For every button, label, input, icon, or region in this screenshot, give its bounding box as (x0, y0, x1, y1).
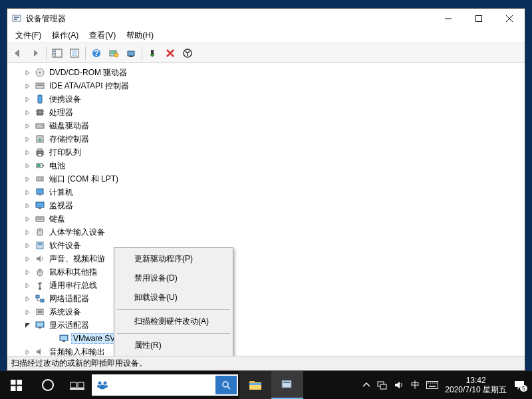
tree-node[interactable]: 键盘 (7, 212, 525, 225)
expander-icon[interactable] (23, 215, 31, 223)
svg-rect-63 (36, 295, 39, 298)
tree-node[interactable]: 处理器 (7, 106, 525, 119)
expander-icon[interactable] (23, 308, 31, 316)
disable-device-button[interactable] (180, 45, 196, 61)
svg-rect-71 (61, 336, 67, 340)
scan-hardware-button[interactable] (106, 45, 122, 61)
device-category-icon (35, 200, 45, 211)
menu-file[interactable]: 文件(F) (10, 29, 47, 43)
context-menu-separator (117, 333, 230, 334)
search-box[interactable] (92, 374, 238, 396)
action-center-icon[interactable]: 5 (513, 379, 525, 391)
tree-node[interactable]: 通用串行总线 (7, 279, 525, 292)
expander-icon[interactable] (23, 241, 31, 249)
expander-icon[interactable] (23, 255, 31, 263)
tree-node[interactable]: 软件设备 (7, 239, 525, 252)
tree-node[interactable]: 打印队列 (7, 146, 525, 159)
tray-network-icon[interactable] (376, 380, 387, 390)
start-button[interactable] (0, 371, 32, 399)
device-category-icon (35, 307, 45, 317)
tree-node[interactable]: 电池 (7, 159, 525, 172)
tree-node[interactable]: 显示适配器 (7, 319, 525, 332)
expander-icon[interactable] (23, 82, 31, 90)
tray-volume-icon[interactable] (394, 380, 404, 390)
tree-node[interactable]: 网络适配器 (7, 292, 525, 305)
tree-node[interactable]: 计算机 (7, 186, 525, 199)
node-label: 通用串行总线 (47, 279, 99, 292)
task-view-button[interactable] (64, 371, 90, 399)
show-tree-button[interactable] (49, 45, 65, 61)
node-label: 人体学输入设备 (47, 226, 107, 239)
tree-node[interactable]: 监视器 (7, 199, 525, 212)
expander-icon[interactable] (23, 321, 31, 329)
menu-help[interactable]: 帮助(H) (121, 29, 159, 43)
tree-node-child[interactable]: VMware SVGA 3D (7, 332, 525, 345)
device-tree[interactable]: DVD/CD-ROM 驱动器IDE ATA/ATAPI 控制器便携设备处理器磁盘… (7, 63, 525, 356)
tree-node[interactable]: 存储控制器 (7, 132, 525, 146)
expander-icon[interactable] (23, 148, 31, 156)
tree-node[interactable]: IDE ATA/ATAPI 控制器 (7, 79, 525, 92)
tree-node[interactable]: 声音、视频和游 (7, 252, 525, 265)
menu-action[interactable]: 操作(A) (47, 29, 84, 43)
close-button[interactable] (494, 9, 525, 29)
taskbar-clock[interactable]: 13:42 2020/7/10 星期五 (445, 376, 507, 395)
tray-ime[interactable]: 中 (411, 379, 420, 391)
tree-node[interactable]: 端口 (COM 和 LPT) (7, 172, 525, 186)
expander-icon[interactable] (23, 295, 31, 303)
svg-point-27 (39, 72, 41, 74)
titlebar[interactable]: 设备管理器 (7, 9, 525, 29)
context-menu-item[interactable]: 属性(R) (116, 336, 231, 355)
device-category-icon (35, 67, 45, 78)
tray-keyboard-icon[interactable] (426, 381, 438, 389)
expander-icon[interactable] (23, 122, 31, 130)
tree-node[interactable]: DVD/CD-ROM 驱动器 (7, 66, 525, 79)
update-driver-button[interactable] (123, 45, 139, 61)
svg-rect-4 (476, 16, 482, 22)
minimize-button[interactable] (433, 9, 464, 29)
enable-device-button[interactable] (145, 45, 161, 61)
expander-icon[interactable] (23, 135, 31, 143)
expander-icon[interactable] (23, 175, 31, 183)
nav-forward-button[interactable] (27, 45, 43, 61)
svg-rect-73 (11, 380, 16, 385)
tree-node[interactable]: 音频输入和输出 (7, 345, 525, 356)
maximize-button[interactable] (464, 9, 494, 29)
device-category-icon (35, 267, 45, 277)
expander-icon[interactable] (23, 68, 31, 76)
menu-view[interactable]: 查看(V) (84, 29, 121, 43)
tree-node[interactable]: 便携设备 (7, 92, 525, 106)
context-menu-item[interactable]: 更新驱动程序(P) (116, 249, 231, 269)
uninstall-button[interactable] (162, 45, 178, 61)
device-category-icon (35, 293, 45, 304)
tray-overflow-icon[interactable] (363, 382, 370, 388)
tree-node[interactable]: 系统设备 (7, 305, 525, 319)
help-button[interactable]: ? (88, 45, 104, 61)
system-tray[interactable]: 中 13:42 2020/7/10 星期五 5 (363, 371, 532, 399)
expander-icon[interactable] (23, 95, 31, 103)
expander-icon[interactable] (23, 348, 31, 356)
expander-icon[interactable] (23, 201, 31, 209)
expander-icon[interactable] (23, 162, 31, 170)
properties-button[interactable] (66, 45, 82, 61)
tree-node[interactable]: 人体学输入设备 (7, 225, 525, 239)
tree-node[interactable]: 鼠标和其他指 (7, 265, 525, 279)
taskbar[interactable]: 中 13:42 2020/7/10 星期五 5 (0, 371, 532, 399)
menubar: 文件(F) 操作(A) 查看(V) 帮助(H) (7, 29, 525, 43)
search-submit-button[interactable] (215, 376, 237, 394)
svg-rect-48 (37, 189, 43, 194)
taskbar-devicemanager[interactable] (271, 371, 303, 399)
expander-icon[interactable] (23, 188, 31, 196)
tree-node[interactable]: 磁盘驱动器 (7, 119, 525, 132)
expander-icon[interactable] (23, 228, 31, 236)
expander-icon[interactable] (23, 268, 31, 276)
context-menu-item[interactable]: 卸载设备(U) (116, 288, 231, 307)
expander-icon[interactable] (23, 108, 31, 116)
context-menu-item[interactable]: 禁用设备(D) (116, 269, 231, 288)
svg-point-82 (104, 382, 107, 385)
cortana-button[interactable] (32, 371, 64, 399)
node-label: 软件设备 (47, 239, 83, 252)
taskbar-explorer[interactable] (239, 371, 271, 399)
nav-back-button[interactable] (10, 45, 26, 61)
context-menu-item[interactable]: 扫描检测硬件改动(A) (116, 312, 231, 331)
expander-icon[interactable] (23, 281, 31, 289)
